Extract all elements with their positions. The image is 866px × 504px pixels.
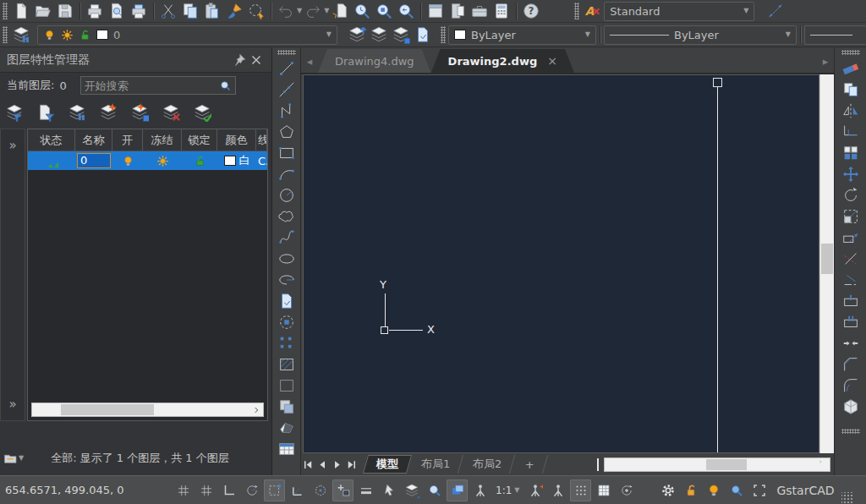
- ellipse-arc-button[interactable]: [275, 269, 299, 290]
- toolbar-drag-handle[interactable]: [3, 3, 8, 19]
- trim-button[interactable]: [839, 248, 863, 269]
- dimension-style-button[interactable]: [765, 1, 787, 21]
- new-layer-button[interactable]: [99, 103, 118, 122]
- zoom-window-button[interactable]: [373, 1, 395, 21]
- add-layout-button[interactable]: +: [512, 455, 547, 474]
- snap-mode-button[interactable]: [173, 479, 194, 501]
- scale-button[interactable]: [839, 205, 863, 227]
- layer-search-input[interactable]: [85, 79, 219, 92]
- color-select[interactable]: ByLayer ▼: [448, 25, 596, 45]
- layer-on-toggle[interactable]: [112, 155, 143, 167]
- polar-tracking-button[interactable]: [241, 479, 262, 501]
- toolbar-drag-handle[interactable]: [441, 26, 446, 43]
- zoom-realtime-button[interactable]: [351, 1, 373, 21]
- quick-properties-button[interactable]: [447, 479, 468, 501]
- tab-drawing2[interactable]: Drawing2.dwg ×: [431, 49, 574, 73]
- circle-button[interactable]: [275, 184, 299, 205]
- toolbar-drag-handle[interactable]: [574, 3, 579, 19]
- tab-close-icon[interactable]: ×: [547, 54, 557, 68]
- stretch-button[interactable]: [839, 227, 863, 248]
- point-button[interactable]: [275, 332, 299, 353]
- delete-layer-button[interactable]: [162, 103, 180, 122]
- join-button[interactable]: [839, 332, 863, 353]
- calculator-button[interactable]: [491, 1, 512, 21]
- chamfer-button[interactable]: [839, 353, 863, 375]
- break-button[interactable]: [839, 311, 863, 332]
- column-name[interactable]: 名称: [75, 129, 112, 151]
- copy-object-button[interactable]: [839, 79, 863, 100]
- tab-scroll-right-button[interactable]: ▸: [817, 49, 834, 73]
- layer-isolate-button[interactable]: [390, 25, 412, 45]
- layer-states-manager-button[interactable]: [68, 103, 86, 122]
- offset-button[interactable]: [839, 121, 863, 142]
- last-layout-button[interactable]: [344, 457, 359, 472]
- model-space-canvas[interactable]: Y X: [303, 74, 819, 453]
- first-layout-button[interactable]: [301, 457, 315, 472]
- redo-button[interactable]: [302, 1, 324, 21]
- column-freeze[interactable]: 冻结: [143, 129, 182, 151]
- window-resize-grip[interactable]: [841, 492, 853, 504]
- canvas-vscrollbar[interactable]: [819, 74, 834, 453]
- autoscale-button[interactable]: [524, 479, 545, 501]
- layer-lock-toggle[interactable]: [182, 155, 217, 167]
- dynamic-input-button[interactable]: [332, 479, 354, 501]
- layer-freeze-toggle[interactable]: [143, 155, 182, 167]
- properties-palette-button[interactable]: [425, 1, 447, 21]
- break-at-point-button[interactable]: [839, 290, 863, 311]
- annotation-scale-select[interactable]: 1:1 ▼: [492, 479, 523, 501]
- paste-button[interactable]: [201, 1, 223, 21]
- scroll-left-arrow[interactable]: [32, 403, 46, 416]
- layer-unlock-icon[interactable]: [79, 29, 91, 41]
- ortho-mode-button[interactable]: [218, 479, 239, 501]
- isolate-objects-button[interactable]: [401, 479, 422, 501]
- toolbar-lock-button[interactable]: [680, 479, 701, 501]
- rotate-button[interactable]: [839, 184, 863, 205]
- move-button[interactable]: [839, 163, 863, 184]
- zoom-previous-button[interactable]: [395, 1, 417, 21]
- make-object-layer-current-button[interactable]: [346, 25, 368, 45]
- quick-table-button[interactable]: [593, 479, 614, 501]
- layer-color-cell[interactable]: 白: [217, 153, 256, 168]
- expand-filters-top-button[interactable]: »: [8, 138, 16, 153]
- toolbox-button[interactable]: [469, 1, 491, 21]
- new-button[interactable]: [10, 1, 32, 21]
- layer-list-hscrollbar[interactable]: [31, 403, 264, 417]
- region-button[interactable]: [275, 396, 299, 417]
- column-linetype[interactable]: 线型: [256, 129, 267, 151]
- extend-button[interactable]: [839, 269, 863, 290]
- open-button[interactable]: [32, 1, 54, 21]
- previous-layout-button[interactable]: [315, 457, 330, 472]
- object-snap-tracking-button[interactable]: [287, 479, 308, 501]
- column-lock[interactable]: 锁定: [182, 129, 217, 151]
- annotation-refresh-button[interactable]: [616, 479, 637, 501]
- selection-cycling-button[interactable]: [378, 479, 399, 501]
- select-similar-button[interactable]: [245, 1, 267, 21]
- gradient-button[interactable]: [275, 375, 299, 396]
- plot-button[interactable]: [128, 1, 150, 21]
- construction-line-button[interactable]: [275, 79, 299, 100]
- mirror-button[interactable]: [839, 100, 863, 121]
- annotation-visibility-button[interactable]: [469, 479, 491, 501]
- cut-button[interactable]: [157, 1, 179, 21]
- workspace-grid-button[interactable]: [570, 479, 591, 501]
- tab-layout1[interactable]: 布局1: [408, 455, 464, 474]
- ellipse-button[interactable]: [275, 248, 299, 269]
- grid-display-button[interactable]: [195, 479, 216, 501]
- pin-icon[interactable]: [231, 52, 248, 68]
- erase-button[interactable]: [839, 58, 863, 79]
- fillet-button[interactable]: [839, 375, 863, 396]
- arc-button[interactable]: [275, 163, 299, 184]
- revision-cloud-button[interactable]: [275, 205, 299, 227]
- next-layout-button[interactable]: [330, 457, 344, 472]
- help-button[interactable]: [520, 1, 542, 21]
- layer-select[interactable]: 0 ▼: [37, 25, 337, 45]
- layer-linetype-cell[interactable]: C..: [256, 155, 267, 167]
- layer-properties-button[interactable]: [10, 25, 32, 45]
- search-icon[interactable]: [219, 79, 232, 92]
- make-block-button[interactable]: [275, 311, 299, 332]
- line-button[interactable]: [275, 58, 299, 79]
- table-button[interactable]: [275, 438, 299, 459]
- tab-scroll-left-button[interactable]: ◂: [301, 49, 318, 73]
- explode-button[interactable]: [839, 396, 863, 417]
- save-button[interactable]: [54, 1, 76, 21]
